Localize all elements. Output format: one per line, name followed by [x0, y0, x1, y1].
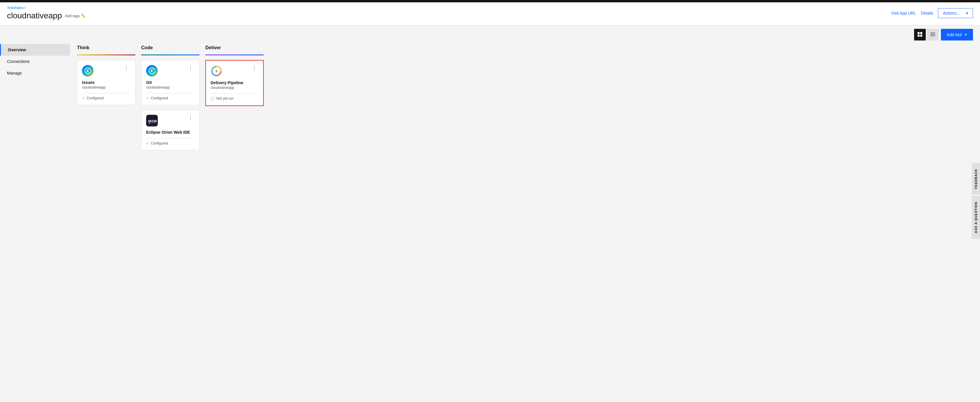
tool-card-orion-header: ORION ⋮: [146, 115, 194, 127]
ask-question-button[interactable]: ASK A QUESTION: [972, 196, 980, 239]
edit-icon: ✏️: [81, 14, 86, 18]
delivery-pipeline-icon: [211, 65, 222, 77]
tool-card-git[interactable]: ⋮ Git cloudnativeapp ✓ Configured: [141, 60, 199, 105]
tool-card-delivery-pipeline[interactable]: ⋮ Delivery Pipeline cloudnativeapp Not y…: [205, 60, 264, 106]
column-think-header: Think: [77, 44, 135, 52]
breadcrumb[interactable]: Toolchains /: [7, 6, 86, 10]
tool-card-orion[interactable]: ORION ⋮ Eclipse Orion Web IDE ✓ Configur…: [141, 110, 199, 150]
column-deliver-divider: [205, 54, 264, 55]
svg-text:ORION: ORION: [148, 120, 157, 123]
svg-rect-5: [931, 34, 935, 35]
svg-rect-4: [931, 33, 935, 33]
feedback-label: FEEDBACK: [974, 169, 978, 189]
columns-container: Think ⋮ Issue: [77, 44, 973, 155]
git-more-button[interactable]: ⋮: [187, 65, 194, 70]
sidebar-item-manage[interactable]: Manage: [0, 67, 70, 79]
svg-point-14: [152, 123, 153, 124]
column-think-divider: [77, 54, 135, 55]
header: Toolchains / cloudnativeapp Add tags ✏️ …: [0, 2, 980, 25]
orion-status-check-icon: ✓: [146, 141, 149, 146]
issues-status-label: Configured: [87, 96, 104, 100]
svg-rect-1: [920, 32, 922, 34]
tool-card-git-header: ⋮: [146, 65, 194, 77]
breadcrumb-separator: /: [24, 6, 25, 10]
top-bar: [0, 0, 980, 2]
svg-point-15: [154, 123, 155, 123]
column-code: Code ⋮ Git: [141, 44, 199, 155]
orion-status-label: Configured: [151, 141, 168, 146]
add-tool-button[interactable]: Add tool +: [941, 29, 973, 41]
git-tool-name: Git: [146, 80, 194, 85]
page-title-row: cloudnativeapp Add tags ✏️: [7, 11, 86, 21]
delivery-pipeline-more-button[interactable]: ⋮: [251, 65, 258, 71]
feedback-sidebar: FEEDBACK ASK A QUESTION: [972, 163, 980, 239]
visit-app-url-button[interactable]: Visit App URL: [891, 11, 916, 16]
delivery-pipeline-tool-name: Delivery Pipeline: [211, 81, 258, 85]
issues-more-button[interactable]: ⋮: [123, 65, 130, 70]
list-view-button[interactable]: [927, 29, 939, 41]
grid-view-button[interactable]: [914, 29, 926, 41]
git-status-check-icon: ✓: [146, 96, 149, 100]
issues-tool-subtitle: cloudnativeapp: [82, 85, 130, 89]
delivery-pipeline-status-loading-icon: [211, 97, 215, 101]
main-layout: Overview Connections Manage Think: [0, 44, 980, 402]
page-title: cloudnativeapp: [7, 11, 62, 21]
ask-question-label: ASK A QUESTION: [974, 202, 978, 233]
tool-card-issues-header: ⋮: [82, 65, 130, 77]
sidebar-item-connections[interactable]: Connections: [0, 55, 70, 67]
orion-icon: ORION: [146, 115, 158, 127]
actions-dropdown[interactable]: Actions... ▾: [938, 8, 973, 18]
sidebar-item-overview[interactable]: Overview: [0, 44, 70, 55]
git-icon: [146, 65, 158, 77]
svg-point-18: [211, 97, 215, 100]
orion-more-button[interactable]: ⋮: [187, 115, 194, 120]
sidebar-overview-label: Overview: [8, 47, 26, 52]
sidebar: Overview Connections Manage: [0, 44, 70, 402]
details-button[interactable]: Details: [921, 11, 933, 16]
orion-tool-name: Eclipse Orion Web IDE: [146, 130, 194, 135]
content: Think ⋮ Issue: [70, 44, 980, 402]
add-tags-button[interactable]: Add tags ✏️: [65, 14, 86, 18]
add-tags-label: Add tags: [65, 14, 80, 18]
svg-point-13: [149, 123, 150, 124]
svg-rect-2: [918, 35, 920, 37]
sidebar-manage-label: Manage: [7, 71, 22, 76]
breadcrumb-link[interactable]: Toolchains: [7, 6, 24, 10]
view-toggle: [914, 29, 939, 41]
sidebar-connections-label: Connections: [7, 59, 30, 64]
delivery-pipeline-tool-status: Not yet run: [211, 93, 258, 101]
git-tool-status: ✓ Configured: [146, 93, 194, 100]
toolbar-row: Add tool +: [0, 25, 980, 44]
column-deliver: Deliver: [205, 44, 264, 111]
add-tool-label: Add tool: [947, 32, 962, 37]
delivery-pipeline-status-label: Not yet run: [216, 97, 234, 100]
column-code-header: Code: [141, 44, 199, 52]
header-right: Visit App URL Details Actions... ▾: [891, 8, 973, 18]
tool-card-issues[interactable]: ⋮ Issues cloudnativeapp ✓ Configured: [77, 60, 135, 105]
add-tool-plus-icon: +: [964, 32, 967, 38]
issues-icon: [82, 65, 94, 77]
grid-icon: [918, 32, 922, 38]
issues-tool-status: ✓ Configured: [82, 93, 130, 100]
header-left: Toolchains / cloudnativeapp Add tags ✏️: [7, 6, 86, 21]
list-icon: [931, 32, 935, 38]
git-status-label: Configured: [151, 96, 168, 100]
issues-tool-name: Issues: [82, 80, 130, 85]
git-tool-subtitle: cloudnativeapp: [146, 85, 194, 89]
delivery-pipeline-tool-subtitle: cloudnativeapp: [211, 85, 258, 90]
column-think: Think ⋮ Issue: [77, 44, 135, 110]
svg-rect-3: [920, 35, 922, 37]
column-code-divider: [141, 54, 199, 55]
svg-rect-6: [931, 36, 935, 36]
orion-tool-status: ✓ Configured: [146, 138, 194, 146]
svg-rect-0: [918, 32, 920, 34]
actions-chevron-icon: ▾: [966, 11, 968, 16]
actions-label: Actions...: [943, 11, 960, 16]
column-deliver-header: Deliver: [205, 44, 264, 52]
feedback-button[interactable]: FEEDBACK: [972, 163, 980, 195]
issues-status-check-icon: ✓: [82, 96, 85, 100]
tool-card-delivery-pipeline-header: ⋮: [211, 65, 258, 77]
